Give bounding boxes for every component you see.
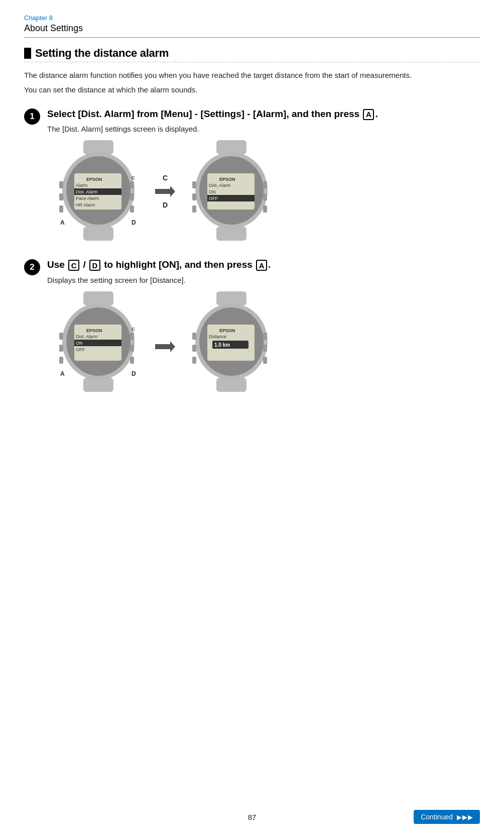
svg-text:OFF: OFF — [76, 347, 85, 352]
svg-rect-75 — [192, 345, 196, 352]
page-footer: 87 Continued ▶ ▶ ▶ — [0, 810, 504, 824]
svg-text:Alarm: Alarm — [76, 183, 88, 188]
arrow-right-icon-2 — [154, 339, 176, 354]
svg-text:A: A — [60, 370, 65, 377]
svg-rect-64 — [216, 291, 246, 305]
svg-text:1.0 km: 1.0 km — [214, 342, 230, 348]
svg-rect-1 — [83, 227, 113, 241]
svg-text:C: C — [132, 327, 135, 332]
step-2-text-period: . — [268, 259, 271, 270]
header-divider — [24, 37, 480, 38]
svg-rect-25 — [216, 227, 246, 241]
svg-text:ON: ON — [76, 341, 83, 346]
step-2-key-a: A — [256, 260, 267, 271]
step-2-sub-text: Displays the setting screen for [Distanc… — [47, 276, 480, 284]
svg-text:D: D — [132, 219, 136, 226]
svg-rect-77 — [263, 333, 267, 340]
svg-text:Dist. Alarm: Dist. Alarm — [76, 189, 98, 194]
continued-arrows: ▶ ▶ ▶ — [457, 813, 473, 821]
step-1-watch1: EPSON Alarm Dist. Alarm Pace Alarm HR Al… — [52, 140, 145, 242]
continued-label: Continued — [421, 813, 453, 821]
step-2-instruction: Use C / D to highlight [ON], and then pr… — [47, 258, 480, 272]
svg-rect-76 — [192, 357, 196, 364]
svg-rect-79 — [263, 357, 267, 364]
svg-rect-78 — [263, 345, 267, 352]
step-1-content: Select [Dist. Alarm] from [Menu] - [Sett… — [47, 108, 480, 248]
step-1-watch2: EPSON Dist. Alarm ON OFF — [185, 140, 278, 242]
svg-rect-36 — [192, 181, 196, 188]
svg-text:HR Alarm: HR Alarm — [76, 202, 95, 207]
step-1-arrow: C D — [154, 174, 176, 209]
svg-rect-18 — [130, 193, 134, 200]
step-2-watch2: EPSON Distance 1.0 km — [185, 291, 278, 393]
step-2-watch2-svg: EPSON Distance 1.0 km — [185, 291, 278, 392]
step-2-arrow — [154, 330, 176, 354]
step-2-text-use: Use — [47, 259, 67, 270]
svg-marker-63 — [155, 341, 175, 352]
arrow-3: ▶ — [468, 813, 473, 821]
svg-rect-58 — [130, 345, 134, 352]
arrow-1: ▶ — [457, 813, 462, 821]
step-2-watch1-svg: EPSON Dist. Alarm ON OFF — [52, 291, 145, 392]
svg-rect-0 — [83, 140, 113, 154]
svg-rect-59 — [130, 357, 134, 364]
svg-rect-42 — [83, 291, 113, 305]
step-2-key-c: C — [68, 260, 79, 271]
svg-text:D: D — [132, 370, 136, 377]
svg-text:EPSON: EPSON — [219, 328, 235, 333]
step-2-key-d: D — [89, 260, 100, 271]
svg-rect-14 — [59, 181, 63, 188]
chapter-label: Chapter 8 — [24, 14, 480, 23]
d-label: D — [163, 201, 168, 209]
step-1-text-part2: . — [375, 109, 377, 119]
svg-text:C: C — [132, 175, 135, 180]
step-1-block: 1 Select [Dist. Alarm] from [Menu] - [Se… — [24, 108, 480, 248]
page-container: Chapter 8 About Settings Setting the dis… — [0, 0, 504, 838]
svg-rect-19 — [130, 205, 134, 213]
svg-rect-56 — [59, 357, 63, 364]
intro-line-1: The distance alarm function notifies you… — [24, 69, 480, 82]
svg-rect-65 — [216, 378, 246, 392]
svg-rect-40 — [263, 193, 267, 200]
step-2-watches-row: EPSON Dist. Alarm ON OFF — [52, 291, 480, 393]
step-1-text-part1: Select [Dist. Alarm] from [Menu] - [Sett… — [47, 109, 362, 119]
svg-rect-24 — [216, 140, 246, 154]
intro-line-2: You can set the distance at which the al… — [24, 84, 480, 96]
step-1-instruction: Select [Dist. Alarm] from [Menu] - [Sett… — [47, 108, 480, 121]
svg-rect-39 — [263, 181, 267, 188]
svg-rect-54 — [59, 333, 63, 340]
svg-text:EPSON: EPSON — [219, 177, 235, 182]
svg-rect-41 — [263, 205, 267, 213]
step-1-key-a: A — [363, 109, 374, 120]
svg-rect-55 — [59, 345, 63, 352]
step-2-text-highlight: to highlight [ON], and then press — [101, 259, 255, 270]
svg-rect-43 — [83, 378, 113, 392]
svg-text:Distance: Distance — [209, 334, 226, 339]
step-2-watch1: EPSON Dist. Alarm ON OFF — [52, 291, 145, 393]
dashed-divider — [24, 62, 480, 62]
arrow-2: ▶ — [462, 813, 467, 821]
svg-rect-16 — [59, 205, 63, 213]
svg-text:Dist. Alarm: Dist. Alarm — [209, 183, 231, 188]
step-2-block: 2 Use C / D to highlight [ON], and then … — [24, 258, 480, 398]
step-2-circle: 2 — [24, 259, 40, 275]
chapter-title: About Settings — [24, 23, 480, 34]
svg-rect-17 — [130, 181, 134, 188]
section-heading-row: Setting the distance alarm — [24, 47, 480, 60]
step-1-watch1-svg: EPSON Alarm Dist. Alarm Pace Alarm HR Al… — [52, 140, 145, 241]
svg-text:Dist. Alarm: Dist. Alarm — [76, 334, 98, 339]
page-number: 87 — [176, 813, 328, 821]
step-1-circle: 1 — [24, 109, 40, 125]
svg-text:EPSON: EPSON — [86, 177, 102, 182]
svg-rect-38 — [192, 205, 196, 213]
step-1-sub-text: The [Dist. Alarm] settings screen is dis… — [47, 125, 480, 133]
c-label: C — [163, 174, 168, 182]
svg-marker-23 — [155, 186, 175, 197]
svg-rect-15 — [59, 193, 63, 200]
svg-text:Pace Alarm: Pace Alarm — [76, 196, 99, 201]
step-1-watch2-svg: EPSON Dist. Alarm ON OFF — [185, 140, 278, 241]
continued-button[interactable]: Continued ▶ ▶ ▶ — [414, 810, 480, 824]
step-2-content: Use C / D to highlight [ON], and then pr… — [47, 258, 480, 398]
svg-text:OFF: OFF — [209, 196, 218, 201]
svg-rect-74 — [192, 333, 196, 340]
